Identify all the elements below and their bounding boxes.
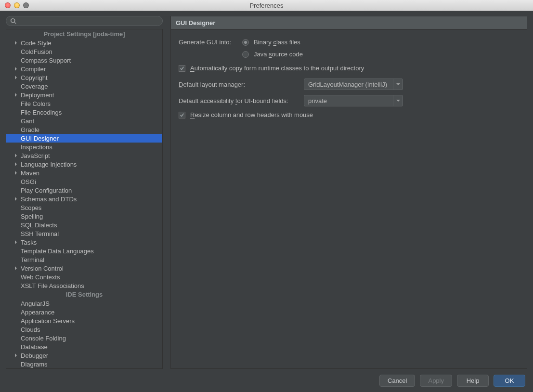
- chevron-right-icon: [13, 76, 19, 79]
- tree-item-angularjs[interactable]: AngularJS: [6, 299, 162, 308]
- tree-item-label: Compiler: [19, 65, 46, 73]
- radio-binary-class-files[interactable]: Binary class files: [242, 39, 303, 46]
- tree-item-gant[interactable]: Gant: [6, 117, 162, 125]
- tree-item-label: Debugger: [19, 352, 48, 359]
- chevron-right-icon: [13, 197, 19, 201]
- chevron-right-icon: [13, 154, 19, 157]
- tree-item-diagrams[interactable]: Diagrams: [6, 360, 162, 368]
- footer: Cancel Apply Help OK: [0, 369, 533, 392]
- tree-item-file-encodings[interactable]: File Encodings: [6, 108, 162, 117]
- chevron-down-icon: [393, 79, 403, 90]
- tree-item-application-servers[interactable]: Application Servers: [6, 316, 162, 325]
- section-project-settings: Project Settings [joda-time]: [6, 29, 162, 39]
- tree-item-compiler[interactable]: Compiler: [6, 65, 162, 73]
- search-input[interactable]: [6, 16, 163, 26]
- main-panel: GUI Designer Generate GUI into: Binary c…: [170, 16, 527, 369]
- tree-item-inspections[interactable]: Inspections: [6, 143, 162, 151]
- tree-item-deployment[interactable]: Deployment: [6, 91, 162, 99]
- tree-item-label: ColdFusion: [19, 48, 52, 55]
- tree-item-gradle[interactable]: Gradle: [6, 125, 162, 134]
- tree-item-label: Inspections: [19, 144, 52, 151]
- apply-button[interactable]: Apply: [420, 375, 452, 387]
- tree-item-javascript[interactable]: JavaScript: [6, 151, 162, 160]
- tree-item-console-folding[interactable]: Console Folding: [6, 334, 162, 342]
- radio-binary-label: Binary class files: [254, 39, 300, 46]
- titlebar: Preferences: [0, 0, 533, 11]
- tree-item-xslt-file-associations[interactable]: XSLT File Associations: [6, 281, 162, 290]
- search-icon: [10, 18, 17, 25]
- tree-item-label: Compass Support: [19, 57, 71, 64]
- window-title: Preferences: [0, 2, 533, 9]
- tree-item-debugger[interactable]: Debugger: [6, 351, 162, 360]
- tree-item-code-style[interactable]: Code Style: [6, 39, 162, 47]
- tree-item-spelling[interactable]: Spelling: [6, 212, 162, 221]
- tree-item-label: File Encodings: [19, 109, 62, 116]
- tree-item-database[interactable]: Database: [6, 342, 162, 351]
- tree-item-terminal[interactable]: Terminal: [6, 255, 162, 264]
- ok-button[interactable]: OK: [494, 375, 525, 387]
- radio-icon: [242, 39, 249, 46]
- chevron-right-icon: [13, 171, 19, 175]
- tree-item-template-data-languages[interactable]: Template Data Languages: [6, 247, 162, 255]
- accessibility-label: Default accessibility for UI-bound field…: [179, 97, 304, 105]
- tree-item-label: SQL Dialects: [19, 222, 57, 229]
- tree-item-label: Code Style: [19, 39, 52, 47]
- tree-item-label: Terminal: [19, 256, 44, 263]
- tree-item-label: Clouds: [19, 326, 40, 333]
- radio-java-source-code[interactable]: Java source code: [242, 51, 303, 58]
- radio-java-label: Java source code: [254, 51, 303, 58]
- checkbox-resize-label: Resize column and row headers with mouse: [190, 111, 313, 118]
- tree-item-play-configuration[interactable]: Play Configuration: [6, 186, 162, 195]
- splitter[interactable]: [166, 16, 168, 369]
- tree-item-clouds[interactable]: Clouds: [6, 325, 162, 334]
- tree-item-label: File Colors: [19, 100, 51, 107]
- tree-item-label: Version Control: [19, 265, 64, 272]
- tree-item-label: Gant: [19, 118, 34, 125]
- tree-item-label: Maven: [19, 170, 39, 177]
- tree-item-label: XSLT File Associations: [19, 282, 84, 289]
- section-ide-settings: IDE Settings: [6, 290, 162, 299]
- checkbox-resize-headers[interactable]: Resize column and row headers with mouse: [179, 111, 519, 118]
- tree-item-sql-dialects[interactable]: SQL Dialects: [6, 221, 162, 229]
- tree-item-osgi[interactable]: OSGi: [6, 177, 162, 186]
- search-field[interactable]: [20, 18, 162, 25]
- accessibility-dropdown[interactable]: private: [304, 95, 403, 106]
- tree-item-coldfusion[interactable]: ColdFusion: [6, 47, 162, 56]
- tree-item-label: AngularJS: [19, 300, 50, 307]
- tree-item-label: Language Injections: [19, 161, 77, 168]
- tree-item-scopes[interactable]: Scopes: [6, 203, 162, 212]
- tree-item-version-control[interactable]: Version Control: [6, 264, 162, 273]
- tree-item-label: Deployment: [19, 91, 54, 99]
- tree-item-label: Diagrams: [19, 361, 48, 368]
- tree-item-maven[interactable]: Maven: [6, 169, 162, 177]
- tree-item-compass-support[interactable]: Compass Support: [6, 56, 162, 65]
- tree-item-label: Schemas and DTDs: [19, 196, 77, 203]
- layout-manager-dropdown[interactable]: GridLayoutManager (IntelliJ): [304, 78, 403, 90]
- tree-item-ssh-terminal[interactable]: SSH Terminal: [6, 229, 162, 238]
- checkbox-icon: [179, 65, 185, 72]
- tree-item-label: Coverage: [19, 83, 48, 90]
- settings-tree[interactable]: Project Settings [joda-time]Code StyleCo…: [6, 29, 162, 368]
- chevron-right-icon: [13, 93, 19, 97]
- tree-item-label: GUI Designer: [19, 135, 59, 142]
- tree-item-label: Gradle: [19, 126, 39, 133]
- generate-label: Generate GUI into:: [179, 39, 242, 46]
- help-button[interactable]: Help: [457, 375, 489, 387]
- tree-item-tasks[interactable]: Tasks: [6, 238, 162, 247]
- tree-item-label: Template Data Languages: [19, 248, 94, 255]
- tree-item-gui-designer[interactable]: GUI Designer: [6, 134, 162, 143]
- tree-item-coverage[interactable]: Coverage: [6, 82, 162, 91]
- chevron-right-icon: [13, 353, 19, 357]
- layout-manager-label: Default layout manager:: [179, 81, 304, 88]
- tree-item-copyright[interactable]: Copyright: [6, 73, 162, 82]
- tree-item-file-colors[interactable]: File Colors: [6, 99, 162, 108]
- checkbox-auto-copy[interactable]: Automatically copy form runtime classes …: [179, 65, 519, 72]
- tree-item-appearance[interactable]: Appearance: [6, 308, 162, 316]
- chevron-right-icon: [13, 67, 19, 71]
- radio-icon: [242, 51, 249, 58]
- chevron-down-icon: [393, 95, 403, 106]
- tree-item-schemas-and-dtds[interactable]: Schemas and DTDs: [6, 195, 162, 203]
- tree-item-language-injections[interactable]: Language Injections: [6, 160, 162, 169]
- cancel-button[interactable]: Cancel: [379, 375, 415, 387]
- tree-item-web-contexts[interactable]: Web Contexts: [6, 273, 162, 281]
